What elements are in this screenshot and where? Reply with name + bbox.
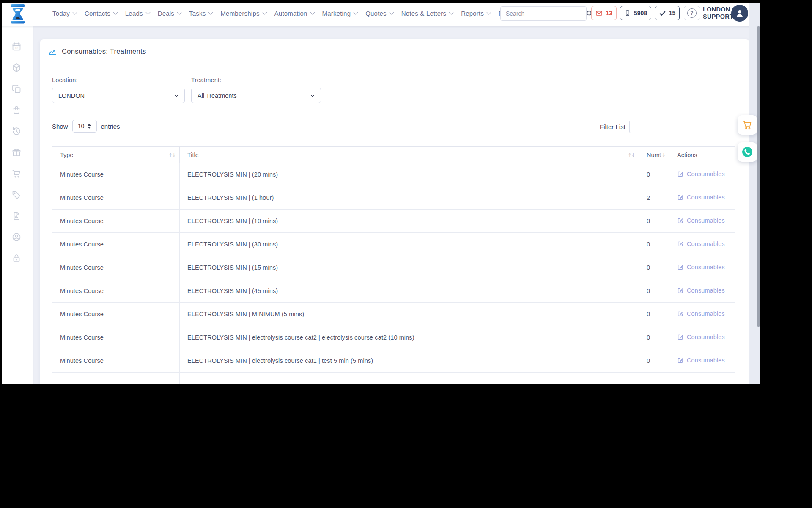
- cell-type: Minutes Course: [52, 186, 180, 210]
- hourglass-logo[interactable]: [10, 4, 26, 23]
- edit-icon: [677, 310, 684, 317]
- check-icon: [659, 10, 666, 17]
- location-select[interactable]: LONDON: [52, 88, 185, 103]
- cart-icon[interactable]: [11, 168, 22, 179]
- chevron-down-icon: [145, 10, 150, 14]
- column-header-num[interactable]: Num. ↑↓: [639, 147, 669, 163]
- column-header-type[interactable]: Type ↑↓: [52, 147, 180, 163]
- user-avatar[interactable]: [731, 5, 748, 22]
- nav-item-marketing[interactable]: Marketing: [322, 10, 358, 17]
- chart-line-icon: [48, 47, 57, 56]
- phone-badge[interactable]: 5908: [620, 6, 651, 20]
- scrollbar-thumb[interactable]: [757, 26, 760, 327]
- sort-icon[interactable]: ↑↓: [658, 152, 665, 157]
- entries-per-page-select[interactable]: 10: [72, 120, 97, 133]
- table-row: Minutes CourseELECTROLYSIS MIN | (20 min…: [52, 163, 735, 186]
- cell-type: Minutes Course: [52, 210, 180, 233]
- spinner-icon: [88, 124, 91, 129]
- nav-item-notes-letters[interactable]: Notes & Letters: [401, 10, 453, 17]
- cell-num: 0: [639, 303, 669, 326]
- nav-item-tasks[interactable]: Tasks: [189, 10, 212, 17]
- consumables-link[interactable]: Consumables: [677, 194, 725, 201]
- consumables-link-label: Consumables: [687, 287, 725, 294]
- nav-item-contacts[interactable]: Contacts: [85, 10, 117, 17]
- chevron-down-icon: [310, 93, 315, 99]
- treatment-select[interactable]: All Treatments: [191, 88, 321, 103]
- consumables-link[interactable]: Consumables: [677, 171, 725, 177]
- nav-item-quotes[interactable]: Quotes: [365, 10, 393, 17]
- package-icon[interactable]: [11, 63, 22, 73]
- search-input[interactable]: [501, 10, 586, 17]
- content-card: Consumables: Treatments Location: LONDON…: [40, 39, 749, 384]
- consumables-link-label: Consumables: [687, 194, 725, 201]
- edit-icon: [677, 334, 684, 340]
- calendar-icon[interactable]: 12: [11, 41, 22, 52]
- messages-badge[interactable]: 13: [591, 6, 617, 20]
- cell-num: 0: [639, 326, 669, 349]
- consumables-link[interactable]: Consumables: [677, 334, 725, 340]
- nav-item-automation[interactable]: Automation: [274, 10, 314, 17]
- nav-item-memberships[interactable]: Memberships: [220, 10, 266, 17]
- history-icon[interactable]: [11, 126, 22, 136]
- consumables-link[interactable]: Consumables: [677, 287, 725, 294]
- table-row: Minutes CourseELECTROLYSIS MIN | (30 min…: [52, 233, 735, 256]
- nav-item-label: Quotes: [365, 10, 387, 17]
- consumables-link[interactable]: Consumables: [677, 310, 725, 317]
- column-header-actions: Actions: [669, 147, 735, 163]
- cell-num: 0: [639, 210, 669, 233]
- edit-icon: [677, 240, 684, 247]
- sort-icon[interactable]: ↑↓: [628, 152, 635, 157]
- gift-icon[interactable]: [11, 147, 22, 157]
- cell-title: ELECTROLYSIS MIN | (20 mins): [180, 163, 639, 186]
- consumables-link-label: Consumables: [687, 217, 725, 224]
- cell-title: ELECTROLYSIS MIN | electrolysis course c…: [180, 349, 639, 373]
- filter-list: Filter List: [600, 121, 742, 133]
- cell-type: Minutes Course: [52, 303, 180, 326]
- question-icon: ?: [687, 8, 697, 18]
- floating-whatsapp-button[interactable]: [738, 142, 757, 162]
- screenshot-canvas: TodayContactsLeadsDealsTasksMembershipsA…: [0, 0, 812, 508]
- shopping-bag-icon[interactable]: [11, 105, 22, 115]
- nav-item-deals[interactable]: Deals: [158, 10, 181, 17]
- search-box: [500, 6, 587, 21]
- tasks-badge[interactable]: 15: [655, 6, 680, 20]
- consumables-link[interactable]: Consumables: [677, 240, 725, 247]
- help-button[interactable]: ?: [684, 6, 700, 20]
- column-header-title[interactable]: Title ↑↓: [180, 147, 639, 163]
- chevron-down-icon: [113, 10, 118, 14]
- nav-item-today[interactable]: Today: [52, 10, 77, 17]
- consumables-link[interactable]: Consumables: [677, 264, 725, 271]
- sort-icon[interactable]: ↑↓: [169, 152, 176, 157]
- price-tag-icon[interactable]: [11, 190, 22, 200]
- cell-num: 0: [639, 163, 669, 186]
- consumables-link[interactable]: Consumables: [677, 357, 725, 364]
- floating-cart-button[interactable]: [738, 115, 757, 135]
- table-row: Minutes CourseELECTROLYSIS MIN | MINIMUM…: [52, 303, 735, 326]
- cell-title: ELECTROLYSIS MIN | (30 mins): [180, 233, 639, 256]
- column-header-label: Actions: [677, 152, 697, 158]
- nav-item-reports[interactable]: Reports: [461, 10, 491, 17]
- cell-title: ELECTROLYSIS MIN | electrolysis course c…: [180, 326, 639, 349]
- chevron-down-icon: [354, 10, 358, 14]
- edit-icon: [677, 264, 684, 271]
- cell-empty: [180, 373, 639, 384]
- filter-list-input[interactable]: [629, 121, 742, 133]
- copy-icon[interactable]: [11, 84, 22, 94]
- letterbox-top: [0, 0, 760, 3]
- table-row-partial: [52, 373, 735, 384]
- user-circle-icon[interactable]: [11, 232, 22, 242]
- chevron-down-icon: [486, 10, 491, 14]
- table-row: Minutes CourseELECTROLYSIS MIN | (15 min…: [52, 256, 735, 279]
- consumables-link[interactable]: Consumables: [677, 217, 725, 224]
- location-value: LONDON: [58, 92, 85, 99]
- report-chart-icon[interactable]: [11, 211, 22, 221]
- svg-text:12: 12: [15, 47, 18, 50]
- chevron-down-icon: [310, 10, 315, 14]
- edit-icon: [677, 194, 684, 201]
- location-label: Location:: [52, 77, 78, 83]
- lock-icon[interactable]: [11, 253, 22, 263]
- consumables-link-label: Consumables: [687, 264, 725, 271]
- chevron-down-icon: [173, 93, 179, 99]
- nav-item-leads[interactable]: Leads: [125, 10, 150, 17]
- cell-title: ELECTROLYSIS MIN | (15 mins): [180, 256, 639, 279]
